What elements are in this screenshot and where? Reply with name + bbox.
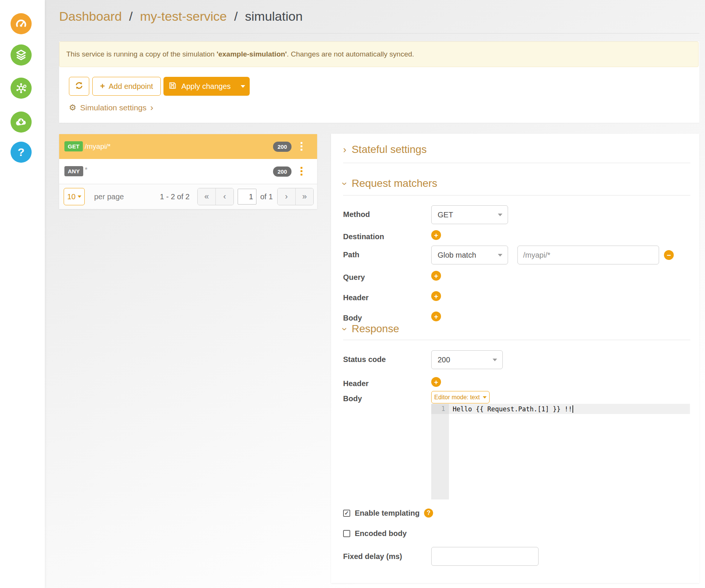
request-matchers-section-toggle[interactable]: › Request matchers	[343, 177, 437, 189]
per-page-label: per page	[94, 192, 124, 201]
sidebar-item-dashboard[interactable]	[11, 13, 32, 34]
destination-label: Destination	[343, 232, 384, 241]
add-query-matcher-icon[interactable]: +	[431, 271, 441, 281]
add-response-header-icon[interactable]: +	[431, 377, 441, 387]
status-code-badge: 200	[273, 142, 291, 152]
remove-path-matcher-icon[interactable]: −	[664, 250, 674, 260]
endpoint-path: *	[85, 166, 87, 174]
question-icon: ?	[18, 146, 24, 159]
first-page-button[interactable]: «	[198, 188, 215, 205]
chevron-right-icon: ›	[343, 144, 346, 156]
page-number-input[interactable]	[238, 189, 256, 205]
sidebar-item-export[interactable]	[11, 111, 32, 133]
editor-gutter	[431, 404, 449, 499]
endpoint-list: GET /myapi/* 200 ANY * 200 10 per page 1…	[59, 134, 317, 209]
response-body-editor[interactable]: 1 Hello {{ Request.Path.[1] }} !!	[431, 404, 690, 499]
endpoint-path: /myapi/*	[85, 142, 111, 151]
sidebar-item-help[interactable]: ?	[11, 142, 32, 163]
stateful-settings-section-toggle[interactable]: › Stateful settings	[343, 144, 427, 156]
endpoint-detail-panel: › Stateful settings › Request matchers M…	[331, 134, 699, 583]
prev-page-button[interactable]: ‹	[215, 188, 233, 205]
apply-changes-button[interactable]: Apply changes	[163, 77, 236, 96]
enable-templating-label: Enable templating	[355, 509, 420, 518]
encoded-body-checkbox[interactable]	[343, 530, 350, 537]
request-matchers-title: Request matchers	[352, 177, 437, 189]
chevron-down-icon: ›	[339, 182, 351, 185]
chevron-down-icon	[493, 359, 497, 361]
chevron-right-icon: ›	[150, 102, 153, 113]
section-divider	[343, 195, 690, 195]
breadcrumb-separator: /	[125, 9, 136, 23]
response-body-label: Body	[343, 394, 362, 403]
kebab-menu-icon[interactable]	[301, 142, 303, 152]
page-of-label: of 1	[260, 192, 273, 201]
status-code-label: Status code	[343, 355, 386, 364]
editor-active-line[interactable]: Hello {{ Request.Path.[1] }} !!	[449, 404, 690, 414]
path-label: Path	[343, 250, 359, 259]
sidebar: ?	[0, 0, 45, 588]
chevron-down-icon	[498, 254, 502, 257]
status-code-select[interactable]: 200	[431, 350, 503, 369]
chevron-down-icon	[78, 195, 81, 198]
method-select[interactable]: GET	[431, 205, 508, 224]
last-page-button[interactable]: »	[295, 188, 313, 205]
add-destination-matcher-icon[interactable]: +	[431, 230, 441, 240]
gear-icon: ⚙	[69, 103, 76, 113]
path-matcher-select[interactable]: Glob match	[431, 246, 508, 264]
section-divider	[343, 163, 690, 163]
breadcrumb-divider	[59, 33, 699, 34]
editor-code-text: Hello {{ Request.Path.[1] }} !!	[453, 405, 572, 413]
chevron-down-icon: ›	[339, 327, 351, 331]
breadcrumb-dashboard-link[interactable]: Dashboard	[59, 9, 122, 23]
method-badge: ANY	[64, 166, 83, 176]
next-page-button[interactable]: ›	[278, 188, 295, 205]
add-header-matcher-icon[interactable]: +	[431, 291, 441, 301]
kebab-menu-icon[interactable]	[301, 167, 303, 177]
pagination-bar: 10 per page 1 - 2 of 2 « ‹ of 1 › »	[59, 184, 317, 209]
refresh-icon	[74, 81, 84, 92]
query-label: Query	[343, 273, 365, 282]
method-label: Method	[343, 210, 370, 219]
response-section-toggle[interactable]: › Response	[343, 323, 399, 335]
simulation-copy-notice: This service is running a copy of the si…	[59, 41, 699, 67]
plus-icon: +	[100, 82, 105, 90]
fixed-delay-input[interactable]	[431, 547, 539, 566]
sidebar-item-services[interactable]	[11, 78, 32, 99]
breadcrumb-current: simulation	[245, 9, 303, 23]
endpoint-row-any-star[interactable]: ANY * 200	[59, 159, 317, 184]
breadcrumb-separator: /	[230, 9, 241, 23]
fixed-delay-label: Fixed delay (ms)	[343, 552, 402, 561]
editor-mode-select[interactable]: Editor mode: text	[431, 391, 490, 403]
chevron-down-icon	[483, 396, 487, 399]
text-cursor	[572, 405, 573, 413]
editor-line-number: 1	[431, 404, 449, 414]
body-label: Body	[343, 314, 362, 322]
save-icon	[168, 81, 177, 92]
endpoint-row-get-myapi[interactable]: GET /myapi/* 200	[59, 134, 317, 159]
section-divider	[343, 340, 690, 340]
add-body-matcher-icon[interactable]: +	[431, 312, 441, 321]
path-value-input[interactable]	[517, 246, 659, 264]
status-code-badge: 200	[273, 166, 291, 177]
refresh-button[interactable]	[69, 77, 89, 96]
simulation-settings-link[interactable]: ⚙ Simulation settings ›	[69, 102, 153, 113]
stateful-settings-title: Stateful settings	[352, 144, 427, 156]
layers-icon	[15, 49, 27, 61]
method-badge: GET	[64, 141, 83, 151]
breadcrumb: Dashboard / my-test-service / simulation	[59, 9, 303, 24]
header-label: Header	[343, 293, 369, 302]
chevron-down-icon	[498, 214, 502, 216]
encoded-body-label: Encoded body	[355, 529, 407, 538]
apply-changes-split-button: Apply changes	[163, 77, 250, 96]
breadcrumb-service-link[interactable]: my-test-service	[140, 9, 227, 23]
apply-changes-dropdown-button[interactable]	[236, 77, 250, 96]
sidebar-item-simulations[interactable]	[11, 44, 32, 66]
page-size-select[interactable]: 10	[64, 188, 85, 205]
action-card: This service is running a copy of the si…	[59, 41, 699, 123]
response-title: Response	[352, 323, 399, 335]
cloud-download-icon	[14, 115, 28, 129]
chevron-down-icon	[241, 85, 245, 88]
templating-help-icon[interactable]: ?	[424, 509, 433, 518]
enable-templating-checkbox[interactable]: ✓	[343, 510, 350, 517]
add-endpoint-button[interactable]: + Add endpoint	[92, 77, 161, 96]
